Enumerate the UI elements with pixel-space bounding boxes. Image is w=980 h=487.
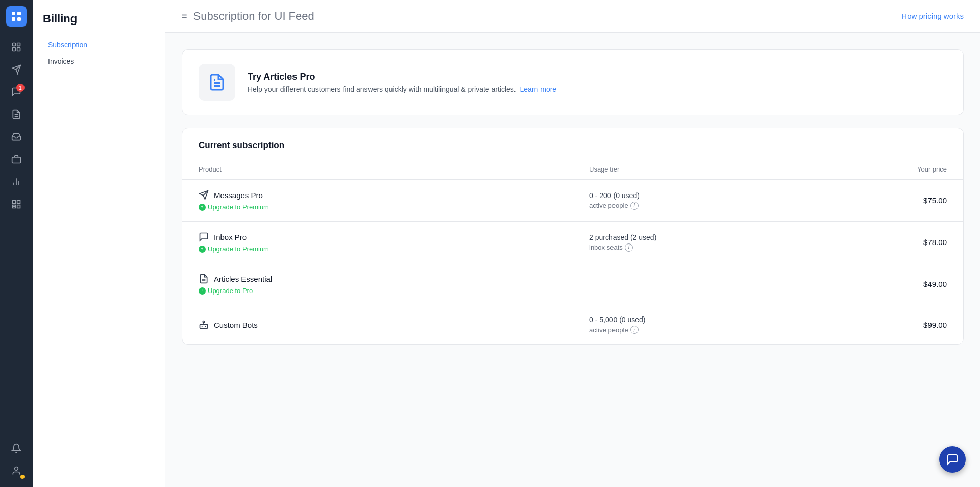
banner-text: Try Articles Pro Help your different cus… xyxy=(248,71,556,93)
subscription-table: Product Usage tier Your price Messages P… xyxy=(182,159,963,344)
svg-rect-3 xyxy=(17,17,21,21)
svg-rect-1 xyxy=(17,12,21,15)
usage-col-header: Usage tier xyxy=(573,159,807,180)
content-area: Try Articles Pro Help your different cus… xyxy=(165,33,980,361)
svg-text:+: + xyxy=(201,247,204,251)
analytics-icon[interactable] xyxy=(6,172,27,192)
table-row: Custom Bots0 - 5,000 (0 used)active peop… xyxy=(182,305,963,345)
svg-rect-7 xyxy=(17,48,20,51)
product-cell: Inbox Pro+ Upgrade to Premium xyxy=(182,222,573,263)
subscription-title: Current subscription xyxy=(199,140,947,151)
usage-tier-text: 0 - 5,000 (0 used) xyxy=(589,315,791,324)
banner-description: Help your different customers find answe… xyxy=(248,85,556,93)
svg-rect-2 xyxy=(12,17,15,21)
table-row: Articles Essential+ Upgrade to Pro$49.00 xyxy=(182,263,963,305)
svg-rect-4 xyxy=(13,43,16,46)
usage-cell: 0 - 200 (0 used)active peoplei xyxy=(573,180,807,222)
product-cell: Articles Essential+ Upgrade to Pro xyxy=(182,263,573,305)
notes-icon[interactable] xyxy=(6,104,27,125)
svg-rect-6 xyxy=(13,48,16,51)
notifications-icon[interactable] xyxy=(6,438,27,458)
info-icon[interactable]: i xyxy=(625,243,633,252)
price-cell: $75.00 xyxy=(807,180,963,222)
usage-cell: 2 purchased (2 used)inbox seatsi xyxy=(573,222,807,263)
billing-title: Billing xyxy=(43,12,155,26)
svg-rect-18 xyxy=(17,205,20,208)
inbox-icon[interactable] xyxy=(6,127,27,147)
usage-unit-text: active peoplei xyxy=(589,326,791,334)
top-bar: ≡ Subscription for UI Feed How pricing w… xyxy=(165,0,980,33)
notification-badge: 1 xyxy=(16,84,24,92)
info-icon[interactable]: i xyxy=(630,202,639,210)
storage-icon[interactable] xyxy=(6,149,27,169)
nav-invoices[interactable]: Invoices xyxy=(43,54,155,68)
product-name-text: Articles Essential xyxy=(214,275,272,283)
table-row: Inbox Pro+ Upgrade to Premium2 purchased… xyxy=(182,222,963,263)
svg-rect-16 xyxy=(13,201,16,204)
upgrade-link[interactable]: + Upgrade to Premium xyxy=(199,203,556,211)
price-cell: $49.00 xyxy=(807,263,963,305)
chat-support-button[interactable] xyxy=(939,446,966,473)
banner-icon-box xyxy=(199,64,235,101)
upgrade-link[interactable]: + Upgrade to Pro xyxy=(199,287,556,295)
menu-icon[interactable]: ≡ xyxy=(182,11,187,21)
price-cell: $78.00 xyxy=(807,222,963,263)
learn-more-link[interactable]: Learn more xyxy=(520,85,557,93)
product-name-text: Inbox Pro xyxy=(214,233,247,241)
svg-text:+: + xyxy=(201,205,204,209)
svg-point-34 xyxy=(203,321,204,323)
product-cell: Messages Pro+ Upgrade to Premium xyxy=(182,180,573,222)
svg-rect-5 xyxy=(17,43,20,46)
upgrade-link[interactable]: + Upgrade to Premium xyxy=(199,245,556,253)
articles-pro-banner: Try Articles Pro Help your different cus… xyxy=(182,49,964,115)
info-icon[interactable]: i xyxy=(630,326,639,334)
product-col-header: Product xyxy=(182,159,573,180)
usage-tier-text: 2 purchased (2 used) xyxy=(589,233,791,241)
subscription-header: Current subscription xyxy=(182,128,963,159)
product-name-text: Custom Bots xyxy=(214,321,258,329)
subscription-card: Current subscription Product Usage tier … xyxy=(182,128,964,345)
apps-icon[interactable] xyxy=(6,194,27,214)
icon-sidebar: 1 xyxy=(0,0,33,487)
product-cell: Custom Bots xyxy=(182,305,573,345)
usage-cell: 0 - 5,000 (0 used)active peoplei xyxy=(573,305,807,345)
price-col-header: Your price xyxy=(807,159,963,180)
nav-sidebar: Billing Subscription Invoices xyxy=(33,0,165,487)
svg-rect-0 xyxy=(12,12,15,15)
svg-point-19 xyxy=(15,467,18,471)
usage-unit-text: inbox seatsi xyxy=(589,243,791,252)
svg-rect-33 xyxy=(200,324,208,328)
svg-rect-17 xyxy=(17,201,20,204)
how-pricing-link[interactable]: How pricing works xyxy=(901,12,964,20)
usage-cell xyxy=(573,263,807,305)
send-icon[interactable] xyxy=(6,59,27,80)
contacts-icon[interactable] xyxy=(6,37,27,57)
banner-title: Try Articles Pro xyxy=(248,71,556,82)
main-content: ≡ Subscription for UI Feed How pricing w… xyxy=(165,0,980,487)
usage-unit-text: active peoplei xyxy=(589,202,791,210)
price-cell: $99.00 xyxy=(807,305,963,345)
profile-icon[interactable] xyxy=(6,460,27,481)
articles-icon xyxy=(208,73,226,91)
usage-tier-text: 0 - 200 (0 used) xyxy=(589,191,791,200)
app-logo[interactable] xyxy=(6,6,27,27)
product-name-text: Messages Pro xyxy=(214,191,263,200)
svg-rect-12 xyxy=(12,157,21,163)
page-title: Subscription for UI Feed xyxy=(193,10,314,23)
chat-icon[interactable]: 1 xyxy=(6,82,27,102)
table-row: Messages Pro+ Upgrade to Premium0 - 200 … xyxy=(182,180,963,222)
page-title-suffix: for UI Feed xyxy=(255,10,314,22)
nav-subscription[interactable]: Subscription xyxy=(43,38,155,52)
svg-text:+: + xyxy=(201,288,204,293)
